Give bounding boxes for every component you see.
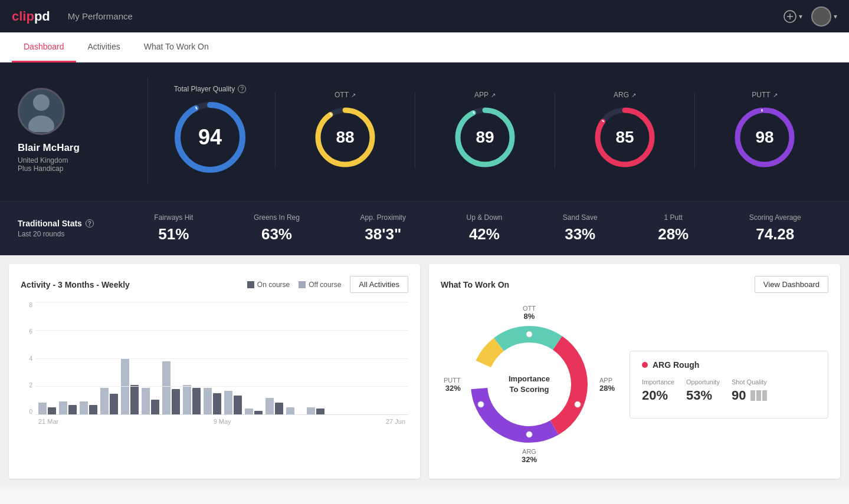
bar-group-1	[38, 403, 56, 414]
bar-group-6	[142, 388, 159, 414]
what-header: What To Work On View Dashboard	[441, 276, 828, 293]
app-proximity-stat: App. Proximity 38'3"	[360, 213, 406, 243]
svg-point-26	[575, 401, 581, 407]
view-dashboard-button[interactable]: View Dashboard	[755, 276, 828, 293]
legend-off-course: Off course	[299, 281, 341, 289]
add-button[interactable]: ▾	[784, 10, 802, 23]
app-label: APP ↗	[474, 91, 496, 99]
player-name: Blair McHarg	[18, 142, 80, 154]
tpq-value: 94	[198, 125, 222, 150]
header-right: ▾ ▾	[784, 6, 837, 27]
bottom-panels: Activity - 3 Months - Weekly On course O…	[0, 255, 849, 487]
tab-activities[interactable]: Activities	[76, 32, 132, 62]
bar-group-5	[121, 358, 139, 414]
header-title: My Performance	[68, 11, 133, 21]
pink-dot-icon	[642, 362, 648, 368]
info-card: ARG Rough Importance 20% Opportunity 53%…	[630, 351, 828, 419]
ott-section: OTT ↗ 88	[278, 91, 412, 170]
player-handicap: Plus Handicap	[18, 164, 63, 173]
arg-value: 85	[615, 128, 634, 147]
donut-label-arg: ARG 32%	[522, 448, 537, 464]
all-activities-button[interactable]: All Activities	[350, 276, 408, 293]
avatar	[811, 6, 831, 27]
svg-point-4	[28, 116, 54, 132]
bar-group-7	[162, 361, 180, 414]
what-content: Importance To Scoring OTT 8% APP 28% ARG…	[441, 302, 828, 467]
ott-value: 88	[336, 128, 354, 147]
tpq-label: Total Player Quality ?	[174, 85, 246, 93]
bar-group-3	[80, 401, 97, 414]
shot-quality-stat: Shot Quality 90	[732, 378, 767, 403]
donut-label-putt: PUTT 32%	[444, 377, 461, 393]
svg-point-27	[478, 401, 484, 407]
donut-center-label: Importance To Scoring	[509, 374, 550, 395]
player-avatar	[18, 88, 65, 135]
info-card-title: ARG Rough	[642, 360, 816, 370]
off-course-icon	[299, 281, 306, 288]
user-menu[interactable]: ▾	[811, 6, 837, 27]
ott-circle: 88	[313, 105, 378, 170]
chart-area: 8 6 4 2 0	[21, 302, 408, 431]
chart-bars	[35, 302, 408, 415]
bar-group-8	[183, 385, 201, 414]
bar-group-13	[286, 407, 304, 414]
donut-chart: Importance To Scoring OTT 8% APP 28% ARG…	[441, 302, 618, 467]
arg-label: ARG ↗	[614, 91, 636, 99]
sand-save-stat: Sand Save 33%	[563, 213, 598, 243]
bar-group-11	[245, 409, 263, 414]
svg-point-25	[526, 331, 532, 337]
user-chevron: ▾	[834, 12, 837, 21]
opportunity-stat: Opportunity 53%	[686, 378, 720, 403]
tab-what-to-work-on[interactable]: What To Work On	[132, 32, 221, 62]
one-putt-stat: 1 Putt 28%	[658, 213, 689, 243]
scoring-avg-stat: Scoring Average 74.28	[749, 213, 801, 243]
x-label-may: 9 May	[214, 418, 231, 425]
y-label-8: 8	[29, 302, 32, 308]
score-divider-2	[415, 92, 415, 169]
bar-group-12	[265, 398, 283, 414]
bar-group-4	[100, 388, 118, 414]
logo-text: clippd	[12, 9, 50, 24]
header-left: clippd My Performance	[12, 9, 133, 24]
trad-sublabel: Last 20 rounds	[18, 230, 124, 238]
tpq-section: Total Player Quality ? 94	[160, 85, 260, 176]
trad-help-icon[interactable]: ?	[86, 219, 94, 228]
player-info: Blair McHarg United Kingdom Plus Handica…	[18, 88, 136, 173]
y-label-2: 2	[29, 382, 32, 388]
player-country: United Kingdom	[18, 156, 68, 164]
x-label-mar: 21 Mar	[38, 418, 58, 425]
ott-label: OTT ↗	[335, 91, 356, 99]
score-circles: Total Player Quality ? 94 OTT ↗	[160, 85, 831, 176]
greens-in-reg-stat: Greens In Reg 63%	[254, 213, 300, 243]
putt-section: PUTT ↗ 98	[698, 91, 831, 170]
chart-header: Activity - 3 Months - Weekly On course O…	[21, 276, 408, 293]
app-section: APP ↗ 89	[418, 91, 552, 170]
logo[interactable]: clippd	[12, 9, 50, 24]
legend-on-course: On course	[247, 281, 290, 289]
x-label-jun: 27 Jun	[386, 418, 405, 425]
arg-circle: 85	[592, 105, 657, 170]
trad-stats-row: Fairways Hit 51% Greens In Reg 63% App. …	[124, 213, 831, 243]
tpq-help-icon[interactable]: ?	[238, 85, 246, 93]
quality-bars	[750, 390, 767, 401]
score-divider-1	[275, 92, 276, 169]
putt-circle: 98	[732, 105, 797, 170]
stats-panel: Blair McHarg United Kingdom Plus Handica…	[0, 62, 849, 201]
arg-section: ARG ↗ 85	[558, 91, 691, 170]
trad-label: Traditional Stats ?	[18, 219, 124, 228]
bar-group-9	[204, 388, 221, 414]
header: clippd My Performance ▾ ▾	[0, 0, 849, 32]
up-down-stat: Up & Down 42%	[467, 213, 503, 243]
traditional-stats: Traditional Stats ? Last 20 rounds Fairw…	[0, 201, 849, 255]
svg-point-28	[526, 431, 532, 437]
activity-chart-panel: Activity - 3 Months - Weekly On course O…	[9, 264, 420, 479]
trad-label-section: Traditional Stats ? Last 20 rounds	[18, 219, 124, 238]
fairways-hit-stat: Fairways Hit 51%	[154, 213, 193, 243]
score-divider-4	[694, 92, 695, 169]
info-card-stats: Importance 20% Opportunity 53% Shot Qual…	[642, 378, 816, 403]
bar-group-14	[307, 407, 324, 414]
donut-label-ott: OTT 8%	[523, 305, 536, 321]
tab-dashboard[interactable]: Dashboard	[12, 32, 76, 62]
chart-legend: On course Off course	[247, 281, 342, 289]
importance-stat: Importance 20%	[642, 378, 674, 403]
